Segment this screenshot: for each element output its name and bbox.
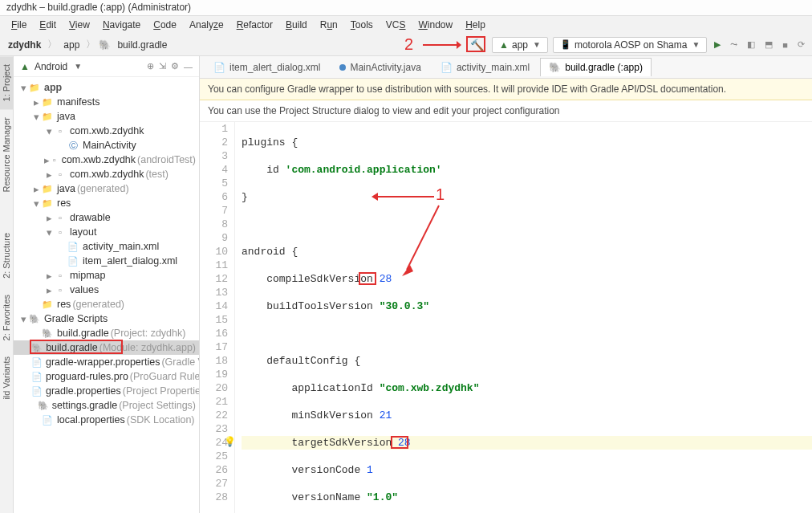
tree-file-build-gradle-project[interactable]: 🐘build.gradle(Project: zdydhk): [14, 326, 199, 340]
menu-tools[interactable]: Tools: [346, 18, 378, 32]
menu-refactor[interactable]: Refactor: [232, 18, 278, 32]
editor-tab-active[interactable]: 🐘build.gradle (:app): [540, 58, 652, 76]
code-line[interactable]: applicationId "com.xwb.zdydhk": [242, 381, 812, 395]
menu-file[interactable]: File: [6, 18, 31, 32]
tree-file-local-properties[interactable]: 📄local.properties(SDK Location): [14, 413, 199, 427]
file-icon: 📄: [31, 370, 43, 383]
chevron-right-icon: 〉: [86, 38, 95, 51]
package-icon: ▫: [54, 211, 67, 224]
side-tab-structure[interactable]: 2: Structure: [0, 225, 13, 287]
hide-icon[interactable]: —: [184, 62, 193, 71]
tree-file-proguard[interactable]: 📄proguard-rules.pro(ProGuard Rules): [14, 369, 199, 384]
tree-file-activity-main[interactable]: 📄activity_main.xml: [14, 239, 199, 254]
tree-node-values[interactable]: ▸▫values: [14, 283, 199, 297]
tree-node-res-gen[interactable]: 📁res(generated): [14, 297, 199, 311]
side-tab-project[interactable]: 1: Project: [0, 56, 13, 109]
debug-button[interactable]: ⤳: [728, 39, 740, 50]
breadcrumb-file[interactable]: build.gradle: [114, 38, 170, 52]
chevron-down-icon: ▼: [74, 62, 82, 71]
tree-node-java[interactable]: ▾📁java: [14, 109, 199, 124]
code-line[interactable]: }: [242, 190, 812, 204]
annotation-2-label: 2: [404, 35, 413, 54]
properties-file-icon: 📄: [41, 413, 54, 426]
code-line[interactable]: versionCode 1: [242, 463, 812, 477]
folder-icon: 📁: [41, 197, 54, 210]
scroll-from-source-icon[interactable]: ⊕: [147, 61, 154, 71]
xml-file-icon: 📄: [67, 254, 79, 267]
breadcrumb-project[interactable]: zdydhk: [5, 38, 44, 52]
tree-file-gradle-properties[interactable]: 📄gradle.properties(Project Properties): [14, 384, 199, 398]
gradle-icon: 🐘: [41, 327, 54, 340]
run-button[interactable]: ▶: [712, 39, 723, 50]
run-config-dropdown[interactable]: ▲ app ▼: [492, 37, 548, 53]
xml-file-icon: 📄: [67, 240, 79, 253]
profile-button[interactable]: ◧: [745, 39, 757, 50]
menu-bar: File Edit View Navigate Code Analyze Ref…: [0, 16, 812, 34]
project-view-header: ▲ Android ▼ ⊕ ⇲ ⚙ —: [14, 56, 199, 77]
tree-node-gradle-scripts[interactable]: ▾🐘Gradle Scripts: [14, 311, 199, 326]
code-line-highlighted[interactable]: 💡 targetSdkVersion 28: [242, 436, 812, 450]
gradle-icon: 🐘: [99, 39, 111, 51]
tree-node-package-androidtest[interactable]: ▸▫com.xwb.zdydhk(androidTest): [14, 153, 199, 167]
code-line[interactable]: minSdkVersion 21: [242, 409, 812, 422]
gradle-icon: 🐘: [549, 62, 561, 73]
menu-window[interactable]: Window: [413, 18, 457, 32]
nav-toolbar: zdydhk 〉 app 〉 🐘 build.gradle 2 🔨 ▲ app …: [0, 34, 812, 56]
tree-node-mipmap[interactable]: ▸▫mipmap: [14, 268, 199, 283]
editor-tab[interactable]: 📄item_alert_dialog.xml: [205, 58, 329, 76]
menu-view[interactable]: View: [64, 18, 95, 32]
code-line[interactable]: plugins {: [242, 136, 812, 149]
code-editor[interactable]: 1234567891011121314151617181920212223242…: [200, 122, 812, 513]
tree-node-java-gen[interactable]: ▸📁java(generated): [14, 181, 199, 196]
tree-node-package-test[interactable]: ▸▫com.xwb.zdydhk(test): [14, 167, 199, 181]
tree-node-layout[interactable]: ▾▫layout: [14, 225, 199, 239]
code-line[interactable]: id 'com.android.application': [242, 163, 812, 177]
project-tree[interactable]: ▾📁app ▸📁manifests ▾📁java ▾▫com.xwb.zdydh…: [14, 77, 199, 513]
code-content[interactable]: plugins { id 'com.android.application' }…: [235, 122, 812, 513]
svg-line-4: [407, 206, 439, 270]
side-tab-build-variants[interactable]: ild Variants: [0, 348, 13, 408]
breadcrumb: zdydhk 〉 app 〉 🐘 build.gradle: [5, 38, 170, 52]
gradle-icon: 🐘: [28, 312, 41, 325]
tree-node-package[interactable]: ▾▫com.xwb.zdydhk: [14, 124, 199, 138]
tree-file-build-gradle-module[interactable]: 🐘build.gradle(Module: zdydhk.app): [14, 340, 199, 355]
code-line[interactable]: compileSdkVersion 28: [242, 272, 812, 286]
side-tab-favorites[interactable]: 2: Favorites: [0, 287, 13, 348]
breadcrumb-module[interactable]: app: [60, 38, 83, 52]
code-line[interactable]: [242, 327, 812, 340]
code-line[interactable]: [242, 218, 812, 231]
menu-analyze[interactable]: Analyze: [185, 18, 229, 32]
side-tab-resource-manager[interactable]: Resource Manager: [0, 109, 13, 201]
tree-node-res[interactable]: ▾📁res: [14, 196, 199, 210]
tree-node-drawable[interactable]: ▸▫drawable: [14, 210, 199, 225]
tree-node-manifests[interactable]: ▸📁manifests: [14, 95, 199, 109]
folder-icon: 📁: [41, 96, 54, 108]
code-line[interactable]: android {: [242, 245, 812, 259]
menu-vcs[interactable]: VCS: [381, 18, 411, 32]
tree-file-gradle-wrapper[interactable]: 📄gradle-wrapper.properties(Gradle Versio…: [14, 355, 199, 369]
code-line[interactable]: defaultConfig {: [242, 354, 812, 368]
gear-icon[interactable]: ⚙: [171, 61, 179, 71]
code-line[interactable]: versionName "1.0": [242, 491, 812, 504]
menu-code[interactable]: Code: [148, 18, 181, 32]
collapse-all-icon[interactable]: ⇲: [159, 61, 166, 71]
attach-button[interactable]: ⬒: [762, 39, 775, 50]
make-project-button[interactable]: 🔨: [470, 39, 484, 51]
tree-node-app[interactable]: ▾📁app: [14, 80, 199, 95]
editor-tab[interactable]: MainActivity.java: [331, 58, 429, 76]
menu-help[interactable]: Help: [461, 18, 490, 32]
tree-file-settings-gradle[interactable]: 🐘settings.gradle(Project Settings): [14, 398, 199, 413]
project-view-selector[interactable]: Android: [35, 61, 67, 72]
tree-node-mainactivity[interactable]: ⒸMainActivity: [14, 138, 199, 153]
device-dropdown[interactable]: 📱 motorola AOSP on Shama ▼: [553, 37, 707, 53]
stop-button[interactable]: ■: [780, 40, 790, 50]
editor-tab[interactable]: 📄activity_main.xml: [432, 58, 538, 76]
menu-run[interactable]: Run: [315, 18, 343, 32]
menu-build[interactable]: Build: [281, 18, 312, 32]
tree-file-item-alert[interactable]: 📄item_alert_dialog.xml: [14, 254, 199, 268]
menu-navigate[interactable]: Navigate: [98, 18, 145, 32]
code-line[interactable]: buildToolsVersion "30.0.3": [242, 299, 812, 313]
intention-bulb-icon[interactable]: 💡: [224, 436, 236, 450]
menu-edit[interactable]: Edit: [35, 18, 61, 32]
sync-button[interactable]: ⟳: [795, 39, 807, 50]
